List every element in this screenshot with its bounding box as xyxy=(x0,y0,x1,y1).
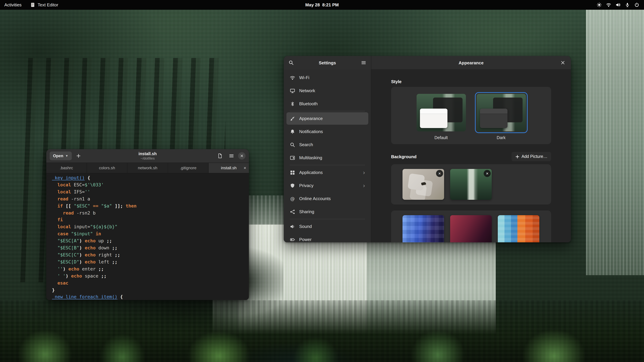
search-button[interactable] xyxy=(286,58,296,67)
code-line: local input="${a}${b}" xyxy=(52,223,249,230)
sidebar-item-label: Applications xyxy=(299,170,323,175)
online-accounts-icon: @ xyxy=(290,196,295,201)
sidebar-item-privacy[interactable]: Privacy› xyxy=(286,179,368,192)
power-icon xyxy=(634,2,639,7)
blue-purple-geometric[interactable] xyxy=(402,215,444,242)
wifi-icon xyxy=(290,75,295,80)
window-close-button[interactable] xyxy=(238,152,246,160)
sidebar-item-sound[interactable]: Sound xyxy=(286,220,368,233)
sidebar-item-label: Appearance xyxy=(299,116,323,121)
new-tab-button[interactable] xyxy=(74,151,83,160)
default-abstract-wallpaper[interactable]: × xyxy=(402,169,444,200)
sidebar-item-network[interactable]: Network xyxy=(286,84,368,97)
style-option-label: Dark xyxy=(475,135,528,140)
sidebar-separator xyxy=(290,111,365,111)
remove-wallpaper-button[interactable]: × xyxy=(484,170,491,177)
settings-main-panel: Appearance Style DefaultDark Background … xyxy=(371,56,571,242)
menu-icon xyxy=(229,153,234,159)
settings-close-button[interactable] xyxy=(558,58,568,67)
sidebar-item-appearance[interactable]: Appearance xyxy=(286,112,368,125)
teal-orange-pixel[interactable] xyxy=(498,215,539,242)
code-line: ' ') echo space ;; xyxy=(52,272,249,279)
style-preview-frame xyxy=(415,92,468,133)
tab-bashrc[interactable]: .bashrc xyxy=(46,163,87,173)
sidebar-item-label: Multitasking xyxy=(299,155,322,160)
sidebar-item-multitasking[interactable]: Multitasking xyxy=(286,151,368,164)
wifi-icon xyxy=(606,2,611,7)
sidebar-item-search[interactable]: Search xyxy=(286,138,368,151)
forest-waterfall-wallpaper[interactable]: × xyxy=(450,169,492,200)
document-title: install.sh xyxy=(138,151,157,156)
app-menu-button[interactable]: Text Editor xyxy=(26,0,63,10)
dark-red-gradient[interactable] xyxy=(450,215,492,242)
sidebar-item-label: Privacy xyxy=(299,183,314,188)
document-properties-button[interactable] xyxy=(215,151,225,160)
bell-icon xyxy=(290,129,295,134)
code-line: '') echo enter ;; xyxy=(52,266,249,273)
sidebar-headerbar: Settings xyxy=(284,56,371,69)
tab-label: .gitignore xyxy=(180,166,196,170)
code-line: "$ESC[D") echo left ;; xyxy=(52,258,249,266)
remove-wallpaper-button[interactable]: × xyxy=(436,170,443,177)
chevron-right-icon: › xyxy=(363,170,365,175)
tab-gitignore[interactable]: .gitignore xyxy=(168,163,209,173)
tab-close-icon[interactable]: × xyxy=(244,165,246,170)
sidebar-item-wi-fi[interactable]: Wi-Fi xyxy=(286,71,368,84)
sidebar-item-sharing[interactable]: Sharing xyxy=(286,205,368,218)
code-line: read -rsn1 a xyxy=(52,195,249,202)
text-editor-headerbar: Open ▼ install.sh ~/dotfiles xyxy=(46,149,249,163)
tab-colors-sh[interactable]: colors.sh xyxy=(87,163,128,173)
desktop: Activities Text Editor May 28 8:21 PM Op… xyxy=(0,0,644,362)
style-option-default[interactable]: Default xyxy=(415,92,468,140)
chevron-right-icon: › xyxy=(363,183,365,188)
sidebar-separator xyxy=(290,219,365,219)
tab-label: install.sh xyxy=(221,166,236,170)
add-picture-label: Add Picture… xyxy=(522,154,548,159)
sidebar-menu-button[interactable] xyxy=(359,58,368,67)
code-line: "$ESC[B") echo down ;; xyxy=(52,244,249,251)
sidebar-item-label: Online Accounts xyxy=(299,196,331,201)
open-button[interactable]: Open ▼ xyxy=(50,151,72,160)
sidebar-item-online-accounts[interactable]: @Online Accounts xyxy=(286,192,368,205)
chevron-down-icon: ▼ xyxy=(65,154,68,158)
code-line: read -rsn2 b xyxy=(52,209,249,216)
document-title-block: install.sh ~/dotfiles xyxy=(138,151,157,160)
search-icon xyxy=(288,60,294,65)
settings-nav: Wi-FiNetworkBluetoothAppearanceNotificat… xyxy=(284,69,371,242)
activities-button[interactable]: Activities xyxy=(0,0,26,10)
code-editor[interactable]: _key_input() { local ESC=$'\033' local I… xyxy=(46,173,249,300)
clock-button[interactable]: May 28 8:21 PM xyxy=(301,0,343,10)
main-menu-button[interactable] xyxy=(227,151,236,160)
background-section-label: Background xyxy=(391,154,416,159)
code-line: } xyxy=(52,286,249,294)
style-card: DefaultDark xyxy=(391,87,551,144)
sidebar-item-bluetooth[interactable]: Bluetooth xyxy=(286,97,368,110)
code-line: case "$input" in xyxy=(52,230,249,238)
sidebar-item-power[interactable]: Power xyxy=(286,233,368,242)
system-status-area[interactable] xyxy=(597,0,644,10)
sound-icon xyxy=(290,224,295,229)
style-preview xyxy=(476,94,526,131)
network-icon xyxy=(290,88,295,93)
mic-icon xyxy=(625,2,630,7)
code-line: local IFS='' xyxy=(52,188,249,195)
sidebar-item-label: Bluetooth xyxy=(299,101,318,106)
sidebar-item-applications[interactable]: Applications› xyxy=(286,166,368,179)
tab-network-sh[interactable]: network.sh xyxy=(128,163,168,173)
sidebar-item-label: Power xyxy=(299,237,312,242)
close-icon xyxy=(240,154,244,158)
tab-label: network.sh xyxy=(138,166,157,170)
close-icon xyxy=(560,60,566,65)
tab-label: .bashrc xyxy=(60,166,73,170)
style-option-dark[interactable]: Dark xyxy=(475,92,528,140)
style-section-label: Style xyxy=(391,79,551,84)
tab-install-sh[interactable]: install.sh× xyxy=(209,163,249,173)
plus-icon xyxy=(515,154,520,159)
sidebar-item-notifications[interactable]: Notifications xyxy=(286,125,368,138)
preview-front-window xyxy=(480,109,507,128)
code-line: esac xyxy=(52,279,249,286)
style-option-label: Default xyxy=(415,135,468,140)
settings-sidebar: Settings Wi-FiNetworkBluetoothAppearance… xyxy=(284,56,371,242)
sidebar-item-label: Wi-Fi xyxy=(299,75,310,80)
add-picture-button[interactable]: Add Picture… xyxy=(512,152,551,161)
